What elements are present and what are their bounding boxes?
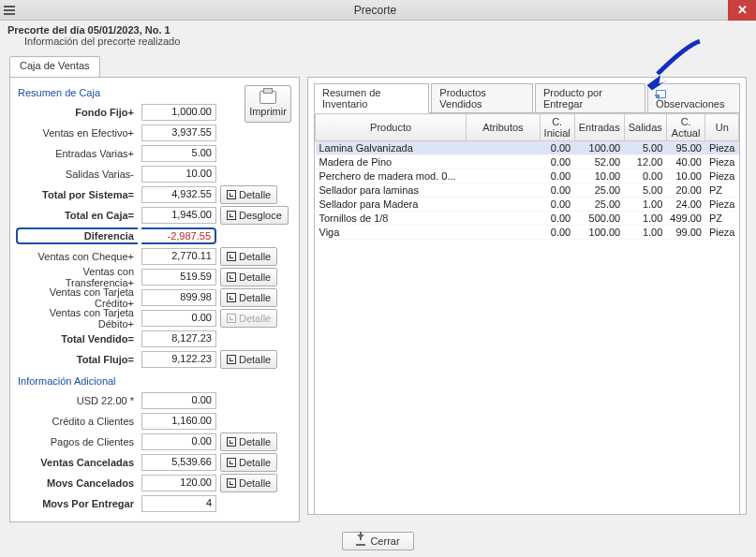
label-credito: Crédito a Clientes (16, 416, 138, 427)
cell-salidas: 1.00 (624, 198, 666, 212)
cell-atributos (467, 226, 540, 240)
detalle-transfer[interactable]: Detalle (220, 268, 277, 286)
value-total-vendido: 8,127.23 (141, 330, 216, 347)
detalle-movs-canc[interactable]: Detalle (220, 474, 277, 492)
value-usd: 0.00 (141, 392, 216, 409)
cell-producto: Viga (316, 226, 467, 240)
table-row[interactable]: Perchero de madera mod. 0...0.0010.000.0… (316, 169, 739, 183)
value-entradas-varias: 5.00 (141, 145, 216, 162)
value-diferencia: -2,987.55 (141, 227, 216, 244)
detail-icon (227, 252, 236, 261)
cerrar-label: Cerrar (370, 535, 399, 547)
col-atributos[interactable]: Atributos (467, 114, 540, 141)
cell-entradas: 500.00 (574, 212, 624, 226)
close-button[interactable]: ✕ (728, 0, 756, 21)
table-row[interactable]: Sellador para laminas0.0025.005.0020.00P… (316, 183, 739, 198)
col-un[interactable]: Un (705, 114, 739, 141)
inventory-panel: Resumen de Inventario Productos Vendidos… (307, 77, 747, 515)
detail-icon (227, 355, 236, 364)
detalle-flujo[interactable]: Detalle (220, 350, 277, 369)
tab-producto-entregar[interactable]: Producto por Entregar (535, 83, 645, 113)
label-ventas-tc: Ventas con Tarjeta Crédito+ (16, 286, 138, 309)
col-salidas[interactable]: Salidas (624, 114, 666, 141)
cell-un: PZ (705, 212, 739, 226)
table-row[interactable]: Lamina Galvanizada0.00100.005.0095.00Pie… (316, 141, 739, 155)
label-entradas-varias: Entradas Varias+ (16, 148, 138, 159)
table-row[interactable]: Tornillos de 1/80.00500.001.00499.00PZ (316, 212, 739, 226)
value-ventas-efectivo: 3,937.55 (141, 125, 216, 141)
cell-cactual: 24.00 (666, 198, 705, 212)
col-entradas[interactable]: Entradas (574, 114, 624, 141)
cell-un: PZ (705, 183, 739, 198)
printer-icon (259, 91, 276, 104)
value-pagos: 0.00 (141, 433, 216, 450)
label-ventas-td: Ventas con Tarjeta Débito+ (16, 307, 138, 330)
label-fondo-fijo: Fondo Fijo+ (16, 107, 138, 118)
tab-caja-ventas[interactable]: Caja de Ventas (9, 56, 100, 77)
table-row[interactable]: Viga0.00100.001.0099.00Pieza (316, 226, 739, 240)
label-total-vendido: Total Vendido= (16, 333, 138, 344)
cell-cinicial: 0.00 (540, 141, 574, 155)
cerrar-button[interactable]: Cerrar (342, 532, 413, 550)
value-total-caja: 1,945.00 (141, 207, 216, 224)
cell-cactual: 99.00 (666, 226, 705, 240)
cell-un: Pieza (705, 226, 739, 240)
value-ventas-td: 0.00 (141, 310, 216, 327)
table-row[interactable]: Madera de Pino0.0052.0012.0040.00Pieza (316, 155, 739, 169)
value-ventas-transfer: 519.59 (141, 269, 216, 286)
detail-icon (227, 458, 236, 467)
cell-un: Pieza (705, 169, 739, 183)
col-cinicial[interactable]: C. Inicial (540, 114, 574, 141)
cell-cinicial: 0.00 (540, 183, 574, 198)
note-icon (656, 90, 666, 98)
menu-icon[interactable] (4, 1, 22, 20)
tab-productos-vendidos[interactable]: Productos Vendidos (431, 83, 533, 113)
cell-salidas: 5.00 (624, 141, 666, 155)
detail-icon (227, 478, 236, 488)
tab-observaciones[interactable]: Observaciones (647, 83, 740, 113)
cell-producto: Sellador para laminas (316, 183, 467, 198)
detalle-total-sistema[interactable]: Detalle (220, 185, 277, 204)
value-total-sistema: 4,932.55 (141, 186, 216, 203)
detalle-tc[interactable]: Detalle (220, 288, 277, 307)
print-button[interactable]: Imprimir (245, 85, 291, 123)
detalle-pagos[interactable]: Detalle (220, 432, 277, 451)
tab-resumen-inventario[interactable]: Resumen de Inventario (314, 83, 429, 113)
inventory-grid[interactable]: Producto Atributos C. Inicial Entradas S… (314, 112, 740, 515)
label-pagos: Pagos de Clientes (16, 436, 138, 447)
value-total-flujo: 9,122.23 (141, 351, 216, 368)
cell-producto: Tornillos de 1/8 (316, 212, 467, 226)
detalle-ventas-canc[interactable]: Detalle (220, 453, 277, 472)
section-info-adicional: Información Adicional (18, 375, 291, 387)
value-credito: 1,160.00 (141, 413, 216, 430)
page-title: Precorte del día 05/01/2023, No. 1 (7, 24, 749, 36)
cell-atributos (467, 141, 540, 155)
cell-salidas: 0.00 (624, 169, 666, 183)
detalle-cheque[interactable]: Detalle (220, 247, 277, 266)
cell-salidas: 12.00 (624, 155, 666, 169)
cell-atributos (467, 198, 540, 212)
cell-entradas: 100.00 (574, 226, 624, 240)
section-resumen-caja: Resumen de Caja (18, 87, 245, 98)
cell-entradas: 52.00 (574, 155, 624, 169)
col-cactual[interactable]: C. Actual (666, 114, 705, 141)
cell-producto: Sellador para Madera (316, 198, 467, 212)
cell-un: Pieza (705, 198, 739, 212)
cell-entradas: 25.00 (574, 198, 624, 212)
cell-cinicial: 0.00 (540, 226, 574, 240)
detail-icon (227, 314, 236, 323)
label-usd: USD 22.00 * (16, 395, 138, 406)
label-movs-canc: Movs Cancelados (16, 477, 138, 489)
cell-cinicial: 0.00 (540, 198, 574, 212)
label-ventas-cheque: Ventas con Cheque+ (16, 251, 138, 262)
desgloce-button[interactable]: Desgloce (220, 206, 289, 225)
value-fondo-fijo: 1,000.00 (141, 104, 216, 121)
print-label: Imprimir (249, 106, 287, 117)
label-total-sistema: Total por Sistema= (16, 189, 138, 200)
cell-producto: Lamina Galvanizada (316, 141, 467, 155)
cell-atributos (467, 155, 540, 169)
col-producto[interactable]: Producto (316, 114, 467, 141)
label-ventas-transfer: Ventas con Transferencia+ (16, 266, 138, 288)
cell-producto: Perchero de madera mod. 0... (316, 169, 467, 183)
table-row[interactable]: Sellador para Madera0.0025.001.0024.00Pi… (316, 198, 739, 212)
